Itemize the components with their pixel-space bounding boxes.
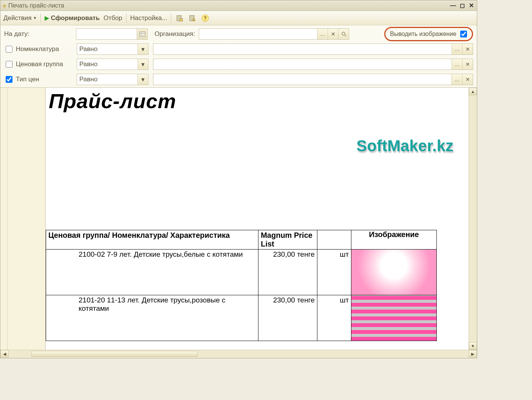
clear-button[interactable]: ✕ [462,44,473,54]
filter-pricetype[interactable]: Тип цен [4,74,72,85]
report-content: Прайс-лист SoftMaker.kz Ценовая группа/ … [46,88,469,350]
filter-pricetype-value[interactable]: … ✕ [153,74,473,85]
choose-button[interactable]: … [452,59,462,70]
clear-button[interactable]: ✕ [462,74,473,85]
svg-rect-6 [140,32,145,36]
separator [40,13,41,23]
org-clear-button[interactable]: ✕ [328,29,338,39]
date-label: На дату: [4,30,72,38]
choose-button[interactable]: … [452,74,462,85]
titlebar: ◈ Печать прайс-листа — ◻ ✕ [0,0,477,11]
report-area: Прайс-лист SoftMaker.kz Ценовая группа/ … [0,87,477,350]
table-row: 2101-20 11-13 лет. Детские трусы,розовые… [46,295,437,341]
choose-button[interactable]: … [452,44,462,54]
scroll-right-button[interactable]: ▶ [469,350,477,358]
calendar-button[interactable] [137,29,147,39]
product-image [351,295,436,341]
maximize-button[interactable]: ◻ [459,2,466,9]
help-button[interactable]: ? [201,14,210,23]
filter-pricegroup-op[interactable]: Равно ▾ [77,59,148,70]
svg-point-11 [342,32,345,35]
org-input[interactable]: … ✕ [199,28,349,40]
generate-button[interactable]: ▶ Сформировать [45,14,100,22]
vertical-scrollbar[interactable]: ▲ ▼ [469,88,477,350]
item-name: 2100-02 7-9 лет. Детские трусы,белые с к… [48,250,256,259]
svg-line-12 [345,35,346,36]
table-row: 2100-02 7-9 лет. Детские трусы,белые с к… [46,250,437,295]
filter-pricetype-op[interactable]: Равно ▾ [77,74,148,85]
actions-menu[interactable]: Действия ▼ [3,14,37,22]
toolbar-icon-2[interactable] [188,14,197,23]
window-title: Печать прайс-листа [8,2,447,9]
scroll-down-button[interactable]: ▼ [469,342,477,350]
toolbar-icon-1[interactable] [175,14,184,23]
col-image-header: Изображение [351,230,437,250]
chevron-down-icon[interactable]: ▾ [138,44,148,54]
settings-button[interactable]: Настройка... [130,14,167,22]
svg-rect-1 [180,19,182,21]
filter-nomenclature[interactable]: Номенклатура [4,43,72,55]
output-image-toggle[interactable]: Выводить изображение [384,27,473,41]
col-item-header: Ценовая группа/ Номенклатура/ Характерис… [46,230,258,250]
chevron-down-icon[interactable]: ▾ [138,74,148,85]
col-unit-header [317,230,351,250]
chevron-down-icon[interactable]: ▾ [138,59,148,70]
filter-button[interactable]: Отбор [104,14,122,22]
product-image [351,250,436,295]
output-image-checkbox[interactable] [460,31,467,37]
filter-nomenclature-checkbox[interactable] [6,46,12,53]
filter-nomenclature-value[interactable]: … ✕ [153,43,473,55]
scroll-up-button[interactable]: ▲ [469,88,477,95]
scroll-left-button[interactable]: ◀ [0,350,9,358]
filter-pricegroup-value[interactable]: … ✕ [153,59,473,70]
minimize-button[interactable]: — [450,2,456,9]
app-icon: ◈ [3,3,6,8]
horizontal-scrollbar[interactable]: ◀ ▶ [0,350,477,358]
separator [126,13,127,23]
col-price-header: Magnum Price List [258,230,317,250]
filter-panel: На дату: Организация: … ✕ Выводить изобр… [0,25,477,87]
item-name: 2101-20 11-13 лет. Детские трусы,розовые… [48,296,256,313]
close-button[interactable]: ✕ [468,2,475,9]
item-price: 230,00 тенге [258,295,317,341]
price-table: Ценовая группа/ Номенклатура/ Характерис… [46,230,437,341]
svg-text:?: ? [204,15,207,21]
scroll-thumb[interactable] [31,351,198,357]
filter-nomenclature-op[interactable]: Равно ▾ [77,43,148,55]
chevron-down-icon: ▼ [33,16,37,20]
scroll-track[interactable] [9,350,469,358]
org-label: Организация: [155,30,195,38]
filter-pricegroup[interactable]: Ценовая группа [4,59,72,70]
item-unit: шт [317,295,351,341]
report-title: Прайс-лист [46,88,469,113]
row-gutter [0,88,46,350]
org-choose-button[interactable]: … [317,29,328,39]
date-input[interactable] [76,28,148,40]
watermark: SoftMaker.kz [356,137,453,155]
filter-pricetype-checkbox[interactable] [6,76,12,83]
separator [171,13,171,23]
scroll-track[interactable] [469,95,477,342]
play-icon: ▶ [45,14,49,22]
clear-button[interactable]: ✕ [462,59,473,70]
item-price: 230,00 тенге [258,250,317,295]
item-unit: шт [317,250,351,295]
org-search-button[interactable] [338,29,349,39]
filter-pricegroup-checkbox[interactable] [6,61,12,68]
toolbar: Действия ▼ ▶ Сформировать Отбор Настройк… [0,11,477,25]
